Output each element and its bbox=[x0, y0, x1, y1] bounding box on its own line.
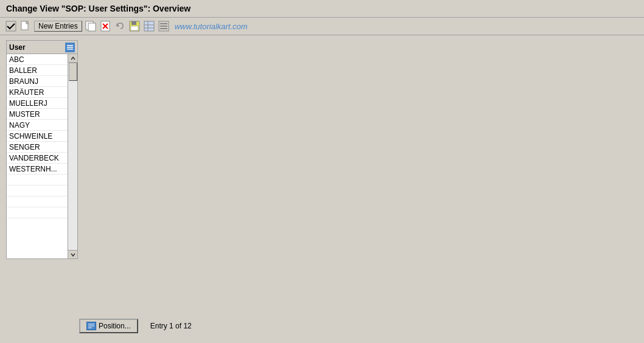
position-label: Position... bbox=[99, 322, 131, 330]
table-row[interactable]: NAGY bbox=[7, 120, 68, 131]
table-row[interactable]: BRAUNJ bbox=[7, 76, 68, 87]
table-row[interactable]: MUSTER bbox=[7, 109, 68, 120]
svg-rect-21 bbox=[67, 49, 73, 50]
title-bar: Change View "SOP: User Settings": Overvi… bbox=[0, 0, 644, 18]
position-icon bbox=[86, 322, 96, 330]
save-disk-icon[interactable] bbox=[128, 20, 141, 32]
column-settings-icon[interactable] bbox=[65, 43, 75, 52]
document-icon[interactable] bbox=[19, 20, 32, 32]
entry-info: Entry 1 of 12 bbox=[150, 322, 192, 330]
table-row[interactable]: SENGER bbox=[7, 142, 68, 153]
scroll-up-button[interactable] bbox=[68, 54, 77, 63]
table-row[interactable] bbox=[7, 185, 68, 196]
svg-rect-15 bbox=[160, 23, 167, 24]
main-content: User ABCBALLERBRAUNJKRÄUTERMUELLERJM bbox=[0, 35, 644, 339]
column-header-user: User bbox=[9, 43, 65, 52]
position-button[interactable]: Position... bbox=[79, 319, 138, 333]
svg-rect-19 bbox=[67, 45, 73, 46]
undo-icon[interactable] bbox=[114, 20, 126, 32]
table-row[interactable]: BALLER bbox=[7, 65, 68, 76]
check-icon[interactable] bbox=[5, 20, 17, 32]
table-header: User bbox=[7, 41, 77, 54]
toolbar: New Entries bbox=[0, 18, 644, 35]
svg-rect-8 bbox=[131, 21, 136, 25]
grid-icon[interactable] bbox=[143, 20, 155, 32]
svg-rect-20 bbox=[67, 47, 73, 48]
delete-icon[interactable] bbox=[99, 20, 111, 32]
table-row[interactable]: WESTERNH... bbox=[7, 164, 68, 175]
svg-rect-10 bbox=[144, 21, 154, 31]
table-row[interactable]: KRÄUTER bbox=[7, 87, 68, 98]
table-row[interactable]: MUELLERJ bbox=[7, 98, 68, 109]
new-entries-button[interactable]: New Entries bbox=[34, 21, 82, 32]
svg-rect-17 bbox=[160, 28, 167, 29]
settings-icon[interactable] bbox=[158, 20, 170, 32]
svg-rect-3 bbox=[88, 23, 96, 31]
table-row[interactable]: ABC bbox=[7, 54, 68, 65]
table-row[interactable]: SCHWEINLE bbox=[7, 131, 68, 142]
page-title: Change View "SOP: User Settings": Overvi… bbox=[6, 4, 191, 13]
scroll-track[interactable] bbox=[68, 63, 77, 250]
table-row[interactable] bbox=[7, 207, 68, 218]
copy-icon[interactable] bbox=[85, 20, 97, 32]
user-table: User ABCBALLERBRAUNJKRÄUTERMUELLERJM bbox=[6, 40, 78, 259]
svg-rect-9 bbox=[131, 26, 138, 30]
table-row[interactable] bbox=[7, 175, 68, 185]
bottom-bar: Position... Entry 1 of 12 bbox=[79, 319, 192, 333]
scroll-down-button[interactable] bbox=[68, 250, 77, 258]
table-rows: ABCBALLERBRAUNJKRÄUTERMUELLERJMUSTERNAGY… bbox=[7, 54, 77, 218]
svg-rect-16 bbox=[160, 26, 167, 27]
scroll-thumb[interactable] bbox=[69, 63, 77, 81]
table-row[interactable] bbox=[7, 196, 68, 207]
table-row[interactable]: VANDERBECK bbox=[7, 153, 68, 164]
watermark-text: www.tutorialkart.com bbox=[175, 22, 248, 31]
